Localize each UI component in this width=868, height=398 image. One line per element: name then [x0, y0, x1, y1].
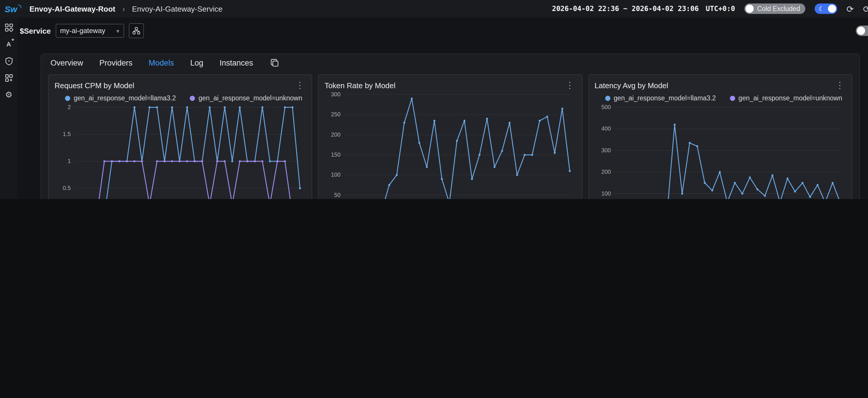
- chart-canvas-latency-avg: 010020030040050022:3604-0222:4004-0222:4…: [594, 104, 846, 199]
- chart-plot-area: 00.511.5222:3604-0222:4004-0222:4404-022…: [55, 104, 306, 199]
- tab-log[interactable]: Log: [190, 59, 204, 67]
- charts-row-1: Request CPM by Model ⋮ gen_ai_response_m…: [48, 74, 852, 199]
- timezone-label: UTC+0:0: [706, 5, 735, 13]
- sparkle-icon: ✦: [11, 38, 14, 42]
- alerting-shield-icon[interactable]: [4, 56, 13, 66]
- legend-label: gen_ai_response_model=unknown: [739, 95, 842, 101]
- legend-item[interactable]: gen_ai_response_model=unknown: [730, 95, 842, 101]
- chart-legend: gen_ai_response_model=llama3.2gen_ai_res…: [65, 93, 306, 103]
- chart-menu-button[interactable]: ⋮: [564, 80, 576, 91]
- main-content: $Service my-ai-gateway ▾ V: [18, 18, 868, 199]
- toggle-knob: [857, 27, 865, 35]
- svg-text:200: 200: [331, 131, 341, 138]
- svg-text:400: 400: [601, 125, 611, 132]
- svg-text:1.5: 1.5: [63, 131, 71, 137]
- chart-canvas-token-rate: 05010015020025030022:3604-0222:4004-0222…: [324, 91, 576, 199]
- chart-card-header: Latency Avg by Model ⋮: [594, 80, 846, 91]
- svg-text:300: 300: [601, 147, 611, 153]
- logo-swoosh: [18, 4, 21, 8]
- chart-title: Latency Avg by Model: [594, 81, 668, 90]
- svg-text:100: 100: [331, 172, 341, 178]
- legend-dot: [730, 95, 735, 101]
- svg-text:50: 50: [334, 192, 341, 198]
- chart-title: Request CPM by Model: [55, 81, 134, 90]
- topology-button[interactable]: [128, 23, 144, 38]
- sidebar: A✦ ⚙: [0, 18, 18, 199]
- auto-refresh-icon[interactable]: ⟳: [863, 4, 868, 13]
- breadcrumb-separator-icon: ›: [122, 4, 125, 13]
- chart-plot-area: 05010015020025030022:3604-0222:4004-0222…: [324, 91, 576, 199]
- legend-label: gen_ai_response_model=llama3.2: [74, 95, 176, 101]
- tab-instances[interactable]: Instances: [220, 59, 253, 67]
- legend-label: gen_ai_response_model=llama3.2: [614, 95, 716, 101]
- tab-overview[interactable]: Overview: [51, 59, 83, 67]
- filter-toolbar: $Service my-ai-gateway ▾ V: [18, 18, 868, 44]
- chevron-down-icon: ▾: [116, 28, 119, 34]
- ai-assistant-icon[interactable]: A✦: [4, 39, 13, 49]
- app-body: A✦ ⚙ $Service my-: [0, 18, 868, 199]
- legend-dot: [190, 95, 195, 101]
- svg-text:150: 150: [331, 151, 341, 158]
- breadcrumb-current[interactable]: Envoy-AI-Gateway-Service: [132, 4, 222, 13]
- chart-card-header: Token Rate by Model ⋮: [324, 80, 576, 91]
- app-viewport: Sw Envoy-AI-Gateway-Root › Envoy-AI-Gate…: [0, 0, 868, 199]
- chart-menu-button[interactable]: ⋮: [834, 80, 846, 91]
- toggle-knob: [828, 5, 836, 13]
- dashboard-panel: Overview Providers Models Log Instances …: [41, 53, 860, 199]
- chart-title: Token Rate by Model: [324, 81, 395, 90]
- view-toggle[interactable]: V: [856, 26, 868, 36]
- chart-card-token-rate: Token Rate by Model ⋮ 050100150200250300…: [318, 74, 583, 199]
- legend-item[interactable]: gen_ai_response_model=unknown: [190, 95, 302, 101]
- dashboard-tabs: Overview Providers Models Log Instances: [48, 59, 852, 67]
- breadcrumb-root[interactable]: Envoy-AI-Gateway-Root: [29, 4, 115, 13]
- service-select[interactable]: my-ai-gateway ▾: [55, 24, 124, 38]
- moon-icon: ☾: [819, 5, 825, 12]
- chart-legend: gen_ai_response_model=llama3.2gen_ai_res…: [605, 93, 846, 103]
- svg-text:250: 250: [331, 111, 341, 118]
- cold-excluded-label: Cold Excluded: [757, 5, 800, 12]
- chart-card-request-cpm: Request CPM by Model ⋮ gen_ai_response_m…: [48, 74, 312, 199]
- copy-dashboard-icon[interactable]: [270, 59, 279, 67]
- settings-gear-icon[interactable]: ⚙: [4, 90, 13, 99]
- toggle-knob: [746, 5, 754, 13]
- service-variable-label: $Service: [20, 26, 51, 35]
- legend-item[interactable]: gen_ai_response_model=llama3.2: [65, 95, 176, 101]
- refresh-icon[interactable]: ⟳: [846, 4, 854, 13]
- tab-models[interactable]: Models: [149, 59, 174, 67]
- svg-text:1: 1: [68, 158, 71, 164]
- dashboards-icon[interactable]: [4, 23, 13, 32]
- legend-label: gen_ai_response_model=unknown: [198, 95, 302, 101]
- svg-text:500: 500: [601, 104, 611, 110]
- legend-item[interactable]: gen_ai_response_model=llama3.2: [605, 95, 716, 101]
- dark-mode-toggle[interactable]: ☾: [815, 3, 837, 14]
- chart-canvas-request-cpm: 00.511.5222:3604-0222:4004-0222:4404-022…: [55, 104, 306, 199]
- service-select-value: my-ai-gateway: [60, 27, 105, 35]
- svg-text:2: 2: [68, 104, 71, 110]
- marketplace-icon[interactable]: [4, 73, 13, 82]
- tab-providers[interactable]: Providers: [99, 59, 132, 67]
- cold-excluded-toggle[interactable]: Cold Excluded: [744, 3, 805, 14]
- chart-card-header: Request CPM by Model ⋮: [55, 80, 306, 91]
- svg-text:100: 100: [601, 190, 611, 197]
- svg-text:300: 300: [331, 91, 341, 97]
- svg-text:200: 200: [601, 169, 611, 175]
- legend-dot: [605, 95, 610, 101]
- skywalking-logo[interactable]: Sw: [5, 4, 21, 13]
- chart-plot-area: 010020030040050022:3604-0222:4004-0222:4…: [594, 104, 846, 199]
- top-bar: Sw Envoy-AI-Gateway-Root › Envoy-AI-Gate…: [0, 0, 868, 18]
- time-range-picker[interactable]: 2026-04-02 22:36 ~ 2026-04-02 23:06: [552, 5, 699, 13]
- chart-menu-button[interactable]: ⋮: [294, 80, 306, 91]
- chart-card-latency-avg: Latency Avg by Model ⋮ gen_ai_response_m…: [588, 74, 852, 199]
- svg-text:0.5: 0.5: [63, 185, 71, 191]
- legend-dot: [65, 95, 70, 101]
